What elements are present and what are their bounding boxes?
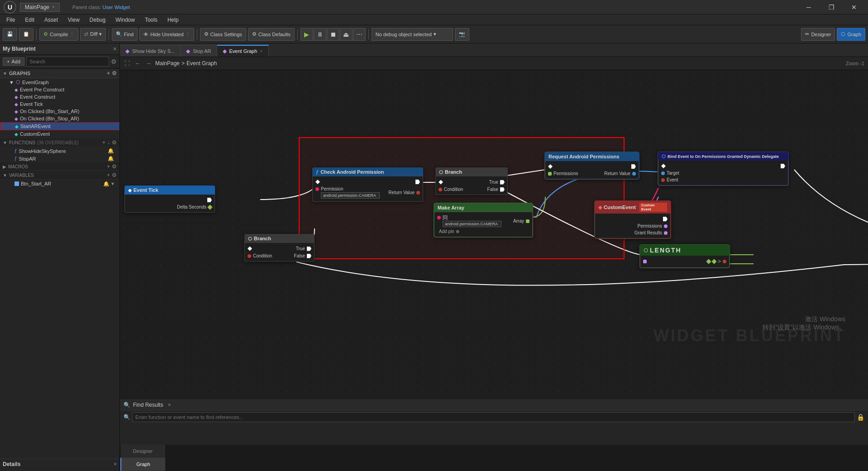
play-button[interactable]: ▶	[300, 28, 313, 41]
find-results-lock-icon[interactable]: 🔒	[857, 414, 864, 421]
main-tab-close[interactable]: ×	[52, 5, 55, 10]
find-button[interactable]: 🔍 Find	[112, 28, 138, 41]
macros-settings-icon[interactable]: ⚙	[112, 163, 117, 170]
camera-button[interactable]: 📷	[455, 28, 469, 41]
nav-back-button[interactable]: ←	[134, 59, 142, 68]
bind-event-node[interactable]: ⬡ Bind Event to On Permissions Granted D…	[658, 152, 789, 186]
graphs-section-header[interactable]: ▼ GRAPHS + ⚙	[0, 69, 119, 78]
functions-settings-icon[interactable]: ⚙	[112, 139, 117, 146]
branch-center-icon: ⬡	[439, 170, 443, 175]
details-close-button[interactable]: ×	[114, 461, 117, 467]
menu-window[interactable]: Window	[111, 16, 139, 24]
length-gt-icon: >	[718, 258, 721, 265]
designer-label: Designer	[811, 32, 831, 37]
debug-select[interactable]: No debug object selected ▾	[372, 28, 453, 41]
hide-unrelated-button[interactable]: 👁 Hide Unrelated ⋮	[139, 28, 194, 41]
branch-left-node[interactable]: ⬡ Branch True	[244, 234, 315, 262]
on-clicked-stop-item[interactable]: ◆ On Clicked (Btn_Stop_AR)	[0, 115, 119, 122]
eject-button[interactable]: ⏏	[340, 28, 353, 41]
breadcrumb-root[interactable]: MainPage	[155, 60, 180, 67]
length-node[interactable]: ⬡ LENGTH >	[639, 244, 730, 268]
close-button[interactable]: ✕	[844, 0, 864, 14]
check-android-permission-input[interactable]	[321, 192, 380, 199]
variables-settings-icon[interactable]: ⚙	[112, 172, 117, 178]
menu-edit[interactable]: Edit	[20, 16, 39, 24]
event-graph-item[interactable]: ▼ ⬡ EventGraph	[0, 78, 119, 86]
custom-event-icon: ◆	[14, 132, 18, 137]
custom-event-item[interactable]: ◆ CustomEvent	[0, 130, 119, 138]
show-hide-sky-bell-icon[interactable]: 🔔	[108, 148, 114, 154]
play-more-button[interactable]: ⋯	[353, 28, 366, 41]
graph-button[interactable]: ⬡ Graph	[837, 28, 865, 41]
tab-event-graph-close[interactable]: ×	[260, 48, 262, 54]
designer-tab[interactable]: Designer	[120, 445, 165, 458]
main-tab[interactable]: MainPage ×	[20, 3, 60, 12]
graph-tab[interactable]: Graph	[120, 458, 165, 471]
branch-left-false-out	[307, 254, 311, 258]
menu-file[interactable]: File	[2, 16, 19, 24]
stop-button[interactable]: ⏹	[327, 28, 339, 41]
custom-event-body: Permissions Grant Results	[595, 214, 671, 238]
expand-button[interactable]: ⛶	[124, 59, 131, 67]
stop-ar-item[interactable]: ƒ StopAR 🔔	[0, 155, 119, 162]
custom-event-node[interactable]: ◆ CustomEvent Custom Event	[594, 200, 671, 239]
variables-section-header[interactable]: ▼ VARIABLES + ⚙	[0, 171, 119, 180]
compile-button[interactable]: ⚙ Compile ⋮	[39, 28, 78, 41]
diff-button[interactable]: ⇄ Diff ▾	[80, 28, 105, 41]
macros-section-header[interactable]: ▶ MACROS + ⚙	[0, 162, 119, 171]
event-pre-construct-item[interactable]: ◆ Event Pre Construct	[0, 86, 119, 93]
menu-tools[interactable]: Tools	[140, 16, 162, 24]
restore-button[interactable]: ❐	[821, 0, 842, 14]
event-construct-item[interactable]: ◆ Event Construct	[0, 93, 119, 100]
btn-start-ar-bell-icon[interactable]: 🔔	[103, 181, 110, 187]
menu-view[interactable]: View	[63, 16, 84, 24]
tab-show-hide-sky[interactable]: ◆ Show Hide Sky S...	[120, 45, 181, 57]
make-array-node[interactable]: Make Array [0] A	[434, 203, 533, 238]
parent-class-link[interactable]: User Widget	[103, 5, 130, 10]
event-tick-item[interactable]: ◆ Event Tick	[0, 100, 119, 108]
start-ar-event-item[interactable]: ◆ StartAREvent	[0, 122, 119, 130]
search-input[interactable]	[26, 57, 109, 67]
menu-asset[interactable]: Asset	[40, 16, 62, 24]
tab-event-graph[interactable]: ◆ Event Graph ×	[217, 45, 269, 57]
find-results-close-button[interactable]: ×	[168, 402, 171, 408]
functions-override-icon[interactable]: ↓	[107, 139, 110, 146]
find-results-input[interactable]	[132, 412, 855, 422]
request-android-node[interactable]: Request Android Permissions P	[544, 152, 639, 180]
menu-debug[interactable]: Debug	[85, 16, 110, 24]
make-array-0-input[interactable]	[443, 221, 501, 227]
class-settings-button[interactable]: ⚙ Class Settings	[200, 28, 246, 41]
on-clicked-start-item[interactable]: ◆ On Clicked (Btn_Start_AR)	[0, 108, 119, 115]
pause-button[interactable]: ⏸	[314, 28, 326, 41]
menu-help[interactable]: Help	[163, 16, 183, 24]
macros-add-icon[interactable]: +	[107, 163, 110, 170]
variables-add-icon[interactable]: +	[107, 172, 110, 178]
class-defaults-button[interactable]: ⚙ Class Defaults	[248, 28, 295, 41]
btn-start-ar-variable[interactable]: Btn_Start_AR 🔔 ▾	[0, 180, 119, 188]
camera-icon: 📷	[459, 31, 465, 37]
event-tick-node[interactable]: ◆ Event Tick	[124, 186, 215, 213]
add-button[interactable]: + Add	[3, 57, 24, 66]
stop-ar-bell-icon[interactable]: 🔔	[108, 156, 114, 162]
save-all-button[interactable]: 📋	[19, 28, 33, 41]
functions-add-icon[interactable]: +	[102, 139, 105, 146]
minimize-button[interactable]: ─	[798, 0, 819, 14]
view-switcher: ✏ Designer ⬡ Graph	[801, 28, 865, 41]
show-hide-sky-item[interactable]: ƒ ShowHideSkySphere 🔔	[0, 147, 119, 155]
btn-start-ar-var-label: Btn_Start_AR	[21, 181, 51, 186]
blueprint-close-button[interactable]: ×	[113, 45, 117, 52]
make-array-add-pin-button[interactable]: Add pin ⊕	[437, 229, 459, 234]
save-button[interactable]: 💾	[3, 28, 17, 41]
functions-count: (36 OVERRIDABLE)	[37, 140, 79, 145]
nav-forward-button[interactable]: →	[144, 59, 153, 68]
check-android-node[interactable]: ƒ Check Android Permission	[312, 167, 423, 202]
graphs-add-icon[interactable]: +	[107, 70, 110, 76]
graph-canvas[interactable]: ◆ Event Tick	[120, 70, 868, 400]
search-settings-icon[interactable]: ⚙	[111, 58, 117, 65]
designer-button[interactable]: ✏ Designer	[801, 28, 835, 41]
functions-section-header[interactable]: ▼ FUNCTIONS (36 OVERRIDABLE) + ↓ ⚙	[0, 138, 119, 147]
btn-start-ar-expand-icon[interactable]: ▾	[111, 181, 114, 187]
branch-center-node[interactable]: ⬡ Branch True	[435, 167, 508, 195]
graphs-settings-icon[interactable]: ⚙	[112, 70, 117, 76]
tab-stop-ar[interactable]: ◆ Stop AR	[181, 45, 217, 57]
